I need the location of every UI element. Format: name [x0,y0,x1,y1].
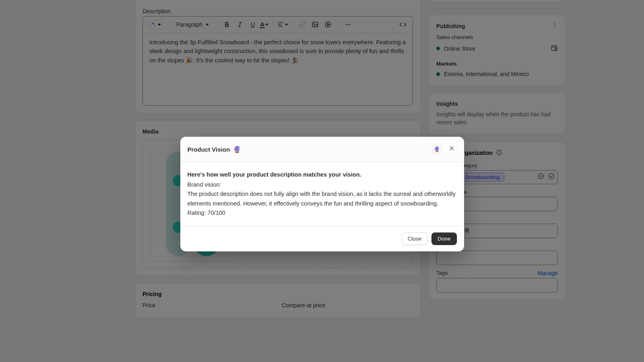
modal-icon-chip[interactable]: 🔮 [433,145,442,154]
close-icon[interactable] [446,143,457,155]
modal-overlay: Product Vision 🔮 🔮 Here's how well your … [0,0,644,362]
close-button[interactable]: Close [402,232,428,245]
crystal-ball-emoji: 🔮 [233,146,241,153]
brand-vision-label: Brand vision: [188,180,457,189]
product-vision-modal: Product Vision 🔮 🔮 Here's how well your … [180,137,464,251]
modal-title: Product Vision [188,146,230,153]
done-button[interactable]: Done [431,232,456,245]
modal-heading: Here's how well your product description… [188,170,457,179]
modal-body-text: The product description does not fully a… [188,189,457,218]
